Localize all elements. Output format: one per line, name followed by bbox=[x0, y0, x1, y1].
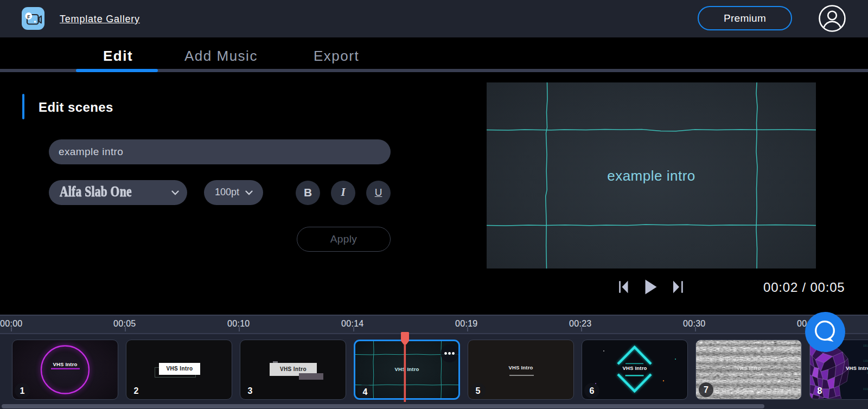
svg-text:10110: 10110 bbox=[863, 344, 868, 347]
svg-text:11010: 11010 bbox=[863, 360, 868, 362]
svg-text:01101: 01101 bbox=[863, 388, 868, 391]
svg-text:F: F bbox=[27, 14, 30, 20]
